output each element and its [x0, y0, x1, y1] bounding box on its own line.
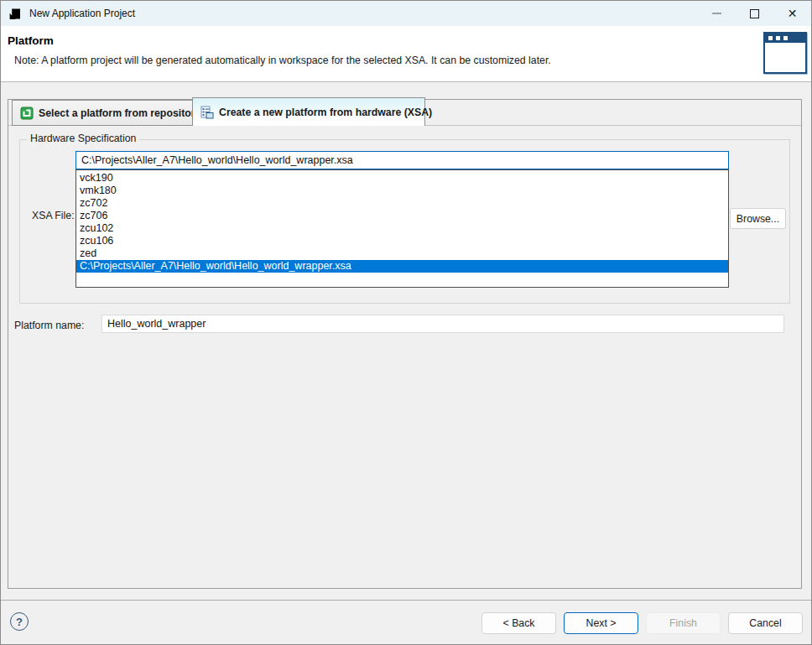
- help-button[interactable]: ?: [10, 612, 29, 631]
- browse-button[interactable]: Browse...: [730, 208, 786, 229]
- xsa-file-input[interactable]: [75, 151, 729, 169]
- finish-button: Finish: [646, 612, 721, 634]
- tab-select-platform-repository[interactable]: Select a platform from repository: [12, 100, 193, 126]
- xsa-list-item[interactable]: zcu106: [76, 235, 728, 247]
- xsa-list-item[interactable]: zcu102: [76, 222, 728, 235]
- close-button[interactable]: ✕: [773, 1, 811, 26]
- tab-label: Create a new platform from hardware (XSA…: [219, 107, 432, 118]
- tab-create-platform-from-xsa[interactable]: Create a new platform from hardware (XSA…: [192, 97, 425, 126]
- app-logo-icon: [8, 7, 22, 21]
- xsa-file-label: XSA File:: [32, 210, 75, 221]
- page-title: Platform: [8, 34, 54, 47]
- xsa-list-item[interactable]: zc706: [76, 210, 728, 222]
- platform-name-label: Platform name:: [14, 320, 84, 331]
- minimize-icon: [712, 13, 721, 14]
- header-note: Note: A platform project will be generat…: [14, 55, 551, 66]
- repository-platform-icon: [20, 107, 34, 120]
- xsa-list-item[interactable]: C:\Projects\Aller_A7\Hello_world\Hello_w…: [76, 260, 728, 273]
- platform-name-input[interactable]: [102, 315, 784, 333]
- xsa-list-item[interactable]: zed: [76, 247, 728, 260]
- group-title: Hardware Specification: [27, 133, 139, 144]
- maximize-icon: [750, 9, 759, 18]
- button-bar: ? < Back Next > Finish Cancel: [1, 600, 811, 644]
- platform-window-icon: [763, 32, 807, 74]
- xsa-listbox[interactable]: vck190vmk180zc702zc706zcu102zcu106zedC:\…: [75, 169, 729, 288]
- xsa-list-item[interactable]: vck190: [76, 172, 728, 185]
- platform-tab-panel: Select a platform from repository Create…: [8, 99, 802, 589]
- maximize-button[interactable]: [736, 1, 773, 26]
- minimize-button[interactable]: [698, 1, 736, 26]
- tab-label: Select a platform from repository: [39, 107, 200, 119]
- new-hardware-platform-icon: [200, 106, 214, 119]
- xsa-list-item[interactable]: zc702: [76, 197, 728, 210]
- new-application-project-dialog: New Application Project ✕ Platform Note:…: [0, 0, 812, 645]
- back-button[interactable]: < Back: [481, 612, 556, 634]
- wizard-header: Platform Note: A platform project will b…: [1, 26, 811, 82]
- main-area: Select a platform from repository Create…: [1, 83, 811, 601]
- hardware-specification-group: Hardware Specification XSA File: vck190v…: [19, 139, 790, 304]
- title-bar: New Application Project ✕: [1, 1, 811, 26]
- xsa-list-item[interactable]: vmk180: [76, 185, 728, 197]
- window-title: New Application Project: [29, 8, 135, 19]
- cancel-button[interactable]: Cancel: [728, 612, 803, 634]
- next-button[interactable]: Next >: [564, 612, 638, 634]
